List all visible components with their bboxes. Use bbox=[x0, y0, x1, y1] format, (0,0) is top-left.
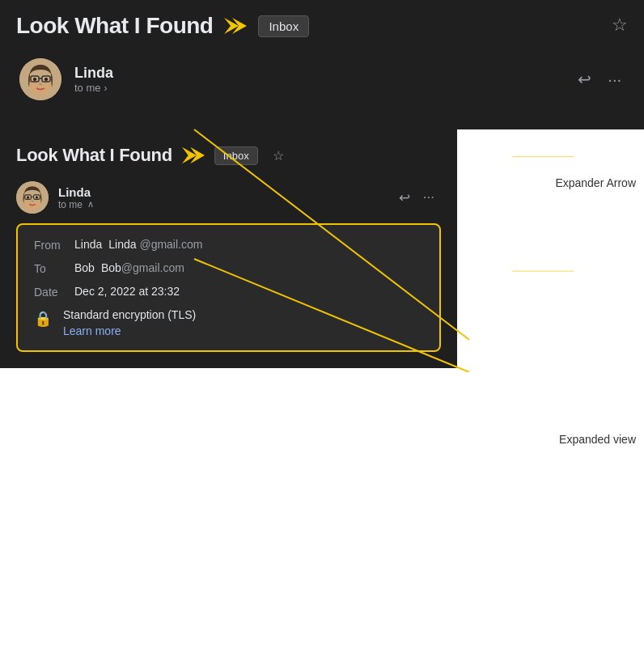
email-details-card: From Linda Linda @gmail.com To Bob Bob@g… bbox=[16, 223, 441, 352]
inbox-badge-bottom[interactable]: Inbox bbox=[214, 146, 258, 165]
star-icon-top[interactable]: ☆ bbox=[612, 15, 628, 36]
to-email: Bob@gmail.com bbox=[101, 261, 184, 274]
detail-row-from: From Linda Linda @gmail.com bbox=[34, 238, 423, 252]
avatar-top bbox=[19, 58, 61, 100]
to-me-label-bottom: to me bbox=[58, 199, 83, 210]
svg-point-22 bbox=[36, 196, 38, 198]
bottom-subject-row: Look What I Found Inbox ☆ bbox=[16, 142, 441, 168]
detail-row-to: To Bob Bob@gmail.com bbox=[34, 261, 423, 275]
from-email: Linda @gmail.com bbox=[108, 238, 202, 251]
top-to-me[interactable]: to me › bbox=[74, 82, 565, 94]
svg-point-21 bbox=[27, 196, 29, 198]
svg-point-9 bbox=[44, 78, 48, 81]
top-email-panel: Look What I Found Inbox ☆ bbox=[0, 0, 644, 129]
from-name: Linda bbox=[74, 238, 102, 251]
reply-icon-bottom[interactable]: ↩ bbox=[399, 189, 410, 206]
learn-more-link[interactable]: Learn more bbox=[63, 324, 196, 337]
bottom-subject-title: Look What I Found bbox=[16, 145, 172, 166]
avatar-bottom bbox=[16, 181, 49, 214]
bottom-email-panel: Look What I Found Inbox ☆ bbox=[0, 129, 457, 368]
bottom-section: Look What I Found Inbox ☆ bbox=[0, 129, 644, 368]
bottom-sender-info: Linda to me ∧ bbox=[58, 185, 389, 210]
expanded-view-label: Expanded view bbox=[559, 433, 636, 446]
annotation-sidebar: Expander Arrow Expanded view bbox=[457, 129, 644, 368]
svg-point-8 bbox=[33, 78, 36, 81]
top-sender-row: Linda to me › ↩ ··· bbox=[16, 58, 628, 100]
inbox-badge-top[interactable]: Inbox bbox=[258, 15, 309, 37]
bottom-to-me[interactable]: to me ∧ bbox=[58, 199, 389, 210]
bottom-sender-name: Linda bbox=[58, 185, 389, 199]
encryption-text: Standard encryption (TLS) bbox=[63, 308, 196, 321]
to-me-label-top: to me bbox=[74, 82, 101, 94]
to-me-chevron-top[interactable]: › bbox=[104, 83, 108, 94]
lock-icon: 🔒 bbox=[34, 310, 52, 328]
date-label: Date bbox=[34, 285, 74, 299]
top-sender-info: Linda to me › bbox=[74, 65, 565, 94]
bottom-action-icons: ↩ ··· bbox=[399, 189, 434, 206]
date-value: Dec 2, 2022 at 23:32 bbox=[74, 285, 180, 298]
top-subject-row: Look What I Found Inbox ☆ bbox=[16, 13, 628, 39]
top-sender-name: Linda bbox=[74, 65, 565, 82]
to-label: To bbox=[34, 261, 74, 275]
svg-point-10 bbox=[39, 83, 42, 86]
encryption-row: 🔒 Standard encryption (TLS) Learn more bbox=[34, 308, 423, 337]
bottom-sender-row: Linda to me ∧ ↩ ··· bbox=[16, 181, 441, 214]
forward-arrow-icon bbox=[222, 13, 248, 39]
top-subject-title: Look What I Found bbox=[16, 13, 213, 39]
detail-row-date: Date Dec 2, 2022 at 23:32 bbox=[34, 285, 423, 299]
more-icon-top[interactable]: ··· bbox=[608, 70, 621, 89]
forward-arrow-icon-bottom bbox=[180, 142, 206, 168]
from-label: From bbox=[34, 238, 74, 252]
reply-icon-top[interactable]: ↩ bbox=[578, 70, 591, 89]
star-icon-bottom[interactable]: ☆ bbox=[273, 148, 284, 163]
more-icon-bottom[interactable]: ··· bbox=[423, 189, 434, 206]
encryption-info: Standard encryption (TLS) Learn more bbox=[63, 308, 196, 337]
svg-point-23 bbox=[31, 200, 33, 201]
expander-arrow-label: Expander Arrow bbox=[555, 176, 636, 189]
to-me-chevron-bottom[interactable]: ∧ bbox=[87, 199, 94, 210]
top-action-icons: ↩ ··· bbox=[578, 70, 621, 89]
to-name: Bob bbox=[74, 261, 95, 274]
